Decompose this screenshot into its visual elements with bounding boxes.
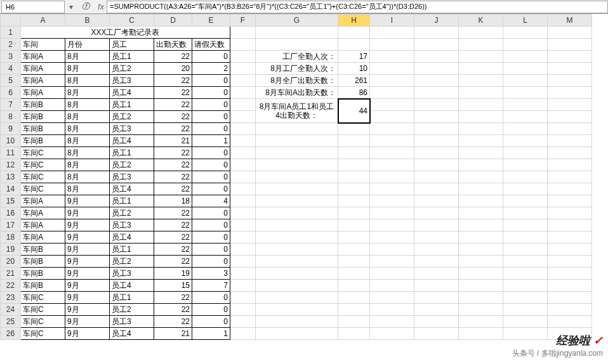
cell-F23[interactable]	[230, 292, 256, 304]
cell-G15[interactable]	[256, 195, 338, 207]
cell-G2[interactable]	[256, 39, 338, 51]
cell-K7[interactable]	[459, 99, 503, 111]
cell-J13[interactable]	[414, 171, 459, 183]
cell-H13[interactable]	[338, 171, 370, 183]
cell-I16[interactable]	[370, 207, 414, 219]
cell-E16[interactable]: 0	[192, 207, 230, 219]
cell-G21[interactable]	[256, 268, 338, 280]
cell-C11[interactable]: 员工1	[110, 147, 154, 159]
cell-B3[interactable]: 8月	[65, 51, 110, 63]
cell-H17[interactable]	[338, 219, 370, 231]
cell-A3[interactable]: 车间A	[21, 51, 65, 63]
cell-B13[interactable]: 8月	[65, 171, 110, 183]
cell-E6[interactable]: 0	[192, 87, 230, 99]
cell-E20[interactable]: 0	[192, 256, 230, 268]
cell-L22[interactable]	[503, 280, 548, 292]
cell-J20[interactable]	[414, 256, 459, 268]
cell-E22[interactable]: 7	[192, 280, 230, 292]
cell-J25[interactable]	[414, 316, 459, 328]
cell-C24[interactable]: 员工2	[110, 304, 154, 316]
cell-M2[interactable]	[548, 39, 592, 51]
cell-M1[interactable]	[548, 27, 592, 39]
cell-J7[interactable]	[414, 99, 459, 111]
cell-L10[interactable]	[503, 135, 548, 147]
cell-I21[interactable]	[370, 268, 414, 280]
cell-B14[interactable]: 8月	[65, 183, 110, 195]
cell-E11[interactable]: 0	[192, 147, 230, 159]
cell-H12[interactable]	[338, 159, 370, 171]
cell-A6[interactable]: 车间A	[21, 87, 65, 99]
cell-D20[interactable]: 22	[154, 256, 192, 268]
cell-K6[interactable]	[459, 87, 503, 99]
cell-C25[interactable]: 员工3	[110, 316, 154, 328]
cell-B15[interactable]: 9月	[65, 195, 110, 207]
cell-C14[interactable]: 员工4	[110, 183, 154, 195]
cell-I26[interactable]	[370, 328, 414, 340]
cell-G20[interactable]	[256, 256, 338, 268]
cell-F10[interactable]	[230, 135, 256, 147]
cell-F13[interactable]	[230, 171, 256, 183]
cell-M17[interactable]	[548, 219, 592, 231]
cell-H21[interactable]	[338, 268, 370, 280]
cell-D23[interactable]: 22	[154, 292, 192, 304]
row-header[interactable]: 13	[1, 171, 21, 183]
cell-F8[interactable]	[230, 111, 256, 123]
col-header-J[interactable]: J	[414, 15, 459, 27]
stat-label[interactable]: 8月全厂出勤天数：	[256, 75, 338, 87]
cell-H9[interactable]	[338, 123, 370, 135]
cell-E24[interactable]: 0	[192, 304, 230, 316]
cell-G1[interactable]	[256, 27, 338, 39]
cell-F1[interactable]	[230, 27, 256, 39]
cell-A26[interactable]: 车间C	[21, 328, 65, 340]
cell-M21[interactable]	[548, 268, 592, 280]
cell-L7[interactable]	[503, 99, 548, 111]
cell-L8[interactable]	[503, 111, 548, 123]
row-header[interactable]: 17	[1, 219, 21, 231]
cell-B12[interactable]: 8月	[65, 159, 110, 171]
cell-E5[interactable]: 0	[192, 75, 230, 87]
cell-M13[interactable]	[548, 171, 592, 183]
col-header-I[interactable]: I	[370, 15, 414, 27]
cell-I7[interactable]	[370, 99, 414, 111]
cell-M3[interactable]	[548, 51, 592, 63]
cell-B23[interactable]: 9月	[65, 292, 110, 304]
cell-E23[interactable]: 0	[192, 292, 230, 304]
cell-I25[interactable]	[370, 316, 414, 328]
name-box-dropdown-icon[interactable]: ▾	[66, 3, 76, 11]
cell-I15[interactable]	[370, 195, 414, 207]
col-header-K[interactable]: K	[459, 15, 503, 27]
cell-C22[interactable]: 员工4	[110, 280, 154, 292]
cell-C15[interactable]: 员工1	[110, 195, 154, 207]
cell-A21[interactable]: 车间B	[21, 268, 65, 280]
row-header[interactable]: 20	[1, 256, 21, 268]
cell-L3[interactable]	[503, 51, 548, 63]
cell-J2[interactable]	[414, 39, 459, 51]
cell-J19[interactable]	[414, 244, 459, 256]
cell-J4[interactable]	[414, 63, 459, 75]
cell-D11[interactable]: 22	[154, 147, 192, 159]
cell-G16[interactable]	[256, 207, 338, 219]
cell-H2[interactable]	[338, 39, 370, 51]
cell-F22[interactable]	[230, 280, 256, 292]
stat-value[interactable]: 261	[338, 75, 370, 87]
insert-function-button[interactable]: ⓕ	[76, 1, 95, 12]
cell-H16[interactable]	[338, 207, 370, 219]
cell-D22[interactable]: 15	[154, 280, 192, 292]
cell-B20[interactable]: 9月	[65, 256, 110, 268]
cell-F18[interactable]	[230, 231, 256, 244]
cell-H25[interactable]	[338, 316, 370, 328]
row-header[interactable]: 21	[1, 268, 21, 280]
cell-E10[interactable]: 1	[192, 135, 230, 147]
cell-K4[interactable]	[459, 63, 503, 75]
cell-M14[interactable]	[548, 183, 592, 195]
cell-B7[interactable]: 8月	[65, 99, 110, 111]
cell-E8[interactable]: 0	[192, 111, 230, 123]
cell-K13[interactable]	[459, 171, 503, 183]
cell-J8[interactable]	[414, 111, 459, 123]
cell-F12[interactable]	[230, 159, 256, 171]
cell-I1[interactable]	[370, 27, 414, 39]
cell-G24[interactable]	[256, 304, 338, 316]
cell-D15[interactable]: 18	[154, 195, 192, 207]
cell-L23[interactable]	[503, 292, 548, 304]
row-header[interactable]: 4	[1, 63, 21, 75]
